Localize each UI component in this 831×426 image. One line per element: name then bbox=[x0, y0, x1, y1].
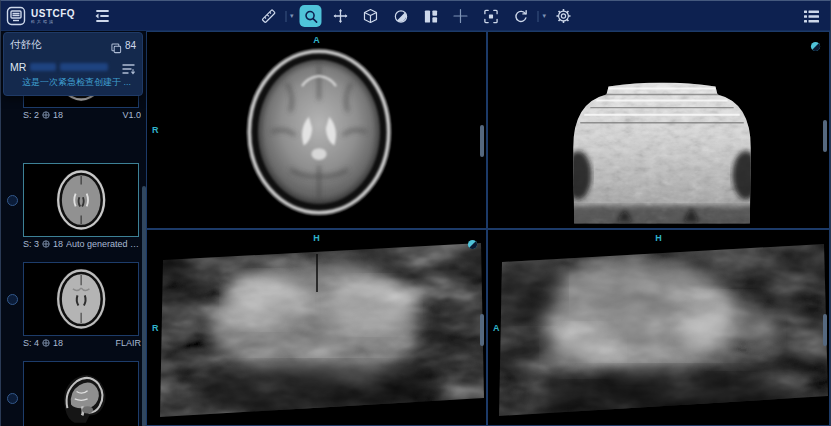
series-sidebar: S: 2 18 V1.0 bbox=[1, 31, 146, 426]
series-frame-count: 18 bbox=[53, 338, 63, 348]
sort-icon[interactable] bbox=[122, 61, 136, 73]
measure-dropdown-caret[interactable]: ▾ bbox=[290, 12, 294, 20]
collapse-sidebar-icon[interactable] bbox=[92, 6, 112, 26]
logo-icon bbox=[6, 6, 26, 26]
settings-tool-button[interactable] bbox=[552, 5, 574, 27]
axial-viewport[interactable]: A R bbox=[146, 31, 487, 229]
viewport-scrollbar[interactable] bbox=[823, 314, 827, 346]
redacted-text bbox=[30, 63, 56, 71]
sidebar-scrollbar[interactable] bbox=[142, 186, 146, 426]
logo-area: USTCFQ 科大福清 bbox=[6, 1, 112, 31]
orientation-label-anterior: A bbox=[493, 323, 500, 333]
axial-image bbox=[233, 42, 405, 222]
series-label-row: S: 4 18 FLAIR bbox=[23, 336, 141, 349]
series-thumbnail-selected[interactable] bbox=[23, 163, 139, 237]
logo-text: USTCFQ bbox=[31, 9, 75, 19]
series-id: S: 3 bbox=[23, 239, 39, 249]
frames-icon bbox=[42, 111, 50, 119]
logo-subtext: 科大福清 bbox=[31, 20, 75, 24]
series-thumbnail[interactable] bbox=[23, 262, 139, 336]
sagittal-image bbox=[488, 230, 830, 426]
study-note: 这是一次紧急检查创建于 ... bbox=[22, 76, 136, 89]
series-panel-toggle-icon[interactable] bbox=[800, 5, 822, 27]
measure-tool-button[interactable] bbox=[257, 5, 279, 27]
window-level-tool-button[interactable] bbox=[390, 5, 412, 27]
image-count: 84 bbox=[125, 40, 136, 51]
copy-icon[interactable] bbox=[111, 40, 122, 51]
orientation-label-right: R bbox=[152, 125, 159, 135]
frames-icon bbox=[42, 339, 50, 347]
series-thumbnail[interactable] bbox=[23, 361, 139, 426]
viewport-scrollbar[interactable] bbox=[823, 120, 827, 152]
orientation-label-right: R bbox=[152, 323, 159, 333]
series-id: S: 4 bbox=[23, 338, 39, 348]
viewport-scrollbar[interactable] bbox=[480, 125, 484, 157]
tools-toolbar: ▾ bbox=[257, 1, 574, 31]
coronal-viewport[interactable]: H R bbox=[146, 229, 487, 426]
volume-3d-image bbox=[556, 72, 768, 224]
series-radio[interactable] bbox=[7, 393, 18, 404]
series-tag: Auto generated seq ... bbox=[66, 239, 141, 249]
toolbar-divider bbox=[285, 11, 286, 22]
rotate-tool-button[interactable] bbox=[510, 5, 532, 27]
patient-name: 付舒伦 bbox=[10, 38, 42, 52]
series-tag: FLAIR bbox=[115, 338, 141, 348]
modality-label: MR bbox=[10, 61, 26, 73]
frames-icon bbox=[42, 240, 50, 248]
series-label-row: S: 3 18 Auto generated seq ... bbox=[23, 237, 141, 250]
volume-3d-viewport[interactable] bbox=[487, 31, 830, 229]
layout-tool-button[interactable] bbox=[420, 5, 442, 27]
rotate-dropdown-caret[interactable]: ▾ bbox=[543, 12, 547, 20]
volume-3d-tool-button[interactable] bbox=[360, 5, 382, 27]
series-radio[interactable] bbox=[7, 195, 18, 206]
orientation-label-anterior: A bbox=[313, 35, 320, 45]
redacted-text bbox=[60, 63, 108, 71]
topbar-right bbox=[800, 1, 822, 31]
sagittal-viewport[interactable]: H A bbox=[487, 229, 830, 426]
series-radio[interactable] bbox=[7, 294, 18, 305]
series-frame-count: 18 bbox=[53, 239, 63, 249]
dicom-viewer-app: USTCFQ 科大福清 ▾ bbox=[0, 0, 831, 426]
series-label-row: S: 2 18 V1.0 bbox=[23, 108, 141, 121]
fit-to-window-tool-button[interactable] bbox=[480, 5, 502, 27]
viewport-scrollbar[interactable] bbox=[480, 314, 484, 346]
zoom-tool-button[interactable] bbox=[300, 5, 322, 27]
orientation-label-head: H bbox=[313, 233, 320, 243]
pan-tool-button[interactable] bbox=[330, 5, 352, 27]
viewport-grid: A R bbox=[146, 31, 830, 426]
orientation-label-head: H bbox=[655, 233, 662, 243]
invert-contrast-icon[interactable] bbox=[467, 236, 478, 247]
series-tag: V1.0 bbox=[122, 110, 141, 120]
toolbar-divider bbox=[538, 11, 539, 22]
coronal-image bbox=[147, 230, 486, 426]
series-frame-count: 18 bbox=[53, 110, 63, 120]
series-id: S: 2 bbox=[23, 110, 39, 120]
invert-contrast-icon[interactable] bbox=[810, 38, 821, 49]
crosshair-tool-button[interactable] bbox=[450, 5, 472, 27]
patient-info-card: 付舒伦 84 MR bbox=[3, 32, 143, 96]
top-toolbar: USTCFQ 科大福清 ▾ bbox=[1, 1, 830, 31]
